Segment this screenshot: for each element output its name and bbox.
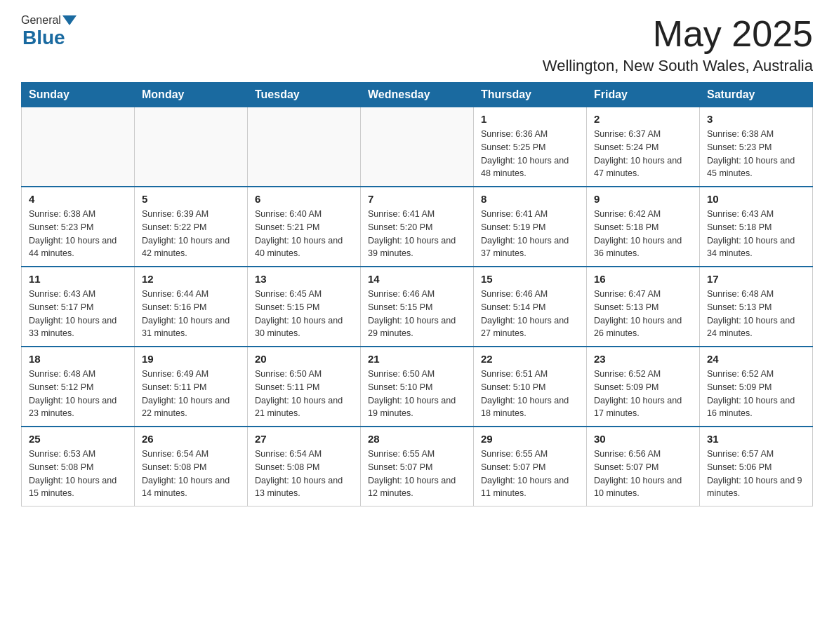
calendar-cell: 21Sunrise: 6:50 AMSunset: 5:10 PMDayligh… xyxy=(361,347,474,427)
calendar-week-row: 25Sunrise: 6:53 AMSunset: 5:08 PMDayligh… xyxy=(22,427,813,507)
day-info: Sunrise: 6:38 AMSunset: 5:23 PMDaylight:… xyxy=(29,208,127,260)
day-number: 24 xyxy=(707,353,805,365)
day-info: Sunrise: 6:54 AMSunset: 5:08 PMDaylight:… xyxy=(142,448,240,500)
calendar-header-tuesday: Tuesday xyxy=(248,83,361,107)
day-info: Sunrise: 6:42 AMSunset: 5:18 PMDaylight:… xyxy=(594,208,692,260)
day-info: Sunrise: 6:46 AMSunset: 5:15 PMDaylight:… xyxy=(368,288,466,340)
day-number: 29 xyxy=(481,433,579,445)
calendar-header-row: SundayMondayTuesdayWednesdayThursdayFrid… xyxy=(22,83,813,107)
calendar-cell: 29Sunrise: 6:55 AMSunset: 5:07 PMDayligh… xyxy=(474,427,587,507)
calendar-cell: 18Sunrise: 6:48 AMSunset: 5:12 PMDayligh… xyxy=(22,347,135,427)
day-number: 13 xyxy=(255,273,353,285)
day-number: 3 xyxy=(707,113,805,125)
day-number: 27 xyxy=(255,433,353,445)
calendar-cell: 27Sunrise: 6:54 AMSunset: 5:08 PMDayligh… xyxy=(248,427,361,507)
day-number: 23 xyxy=(594,353,692,365)
calendar-cell: 25Sunrise: 6:53 AMSunset: 5:08 PMDayligh… xyxy=(22,427,135,507)
calendar-week-row: 4Sunrise: 6:38 AMSunset: 5:23 PMDaylight… xyxy=(22,187,813,267)
calendar-cell: 6Sunrise: 6:40 AMSunset: 5:21 PMDaylight… xyxy=(248,187,361,267)
logo-arrow-icon xyxy=(62,15,77,25)
calendar-cell: 8Sunrise: 6:41 AMSunset: 5:19 PMDaylight… xyxy=(474,187,587,267)
day-info: Sunrise: 6:51 AMSunset: 5:10 PMDaylight:… xyxy=(481,368,579,420)
calendar-week-row: 18Sunrise: 6:48 AMSunset: 5:12 PMDayligh… xyxy=(22,347,813,427)
calendar-cell xyxy=(248,107,361,187)
calendar-cell: 13Sunrise: 6:45 AMSunset: 5:15 PMDayligh… xyxy=(248,267,361,347)
calendar-cell: 31Sunrise: 6:57 AMSunset: 5:06 PMDayligh… xyxy=(700,427,813,507)
calendar-cell xyxy=(22,107,135,187)
day-info: Sunrise: 6:39 AMSunset: 5:22 PMDaylight:… xyxy=(142,208,240,260)
day-info: Sunrise: 6:43 AMSunset: 5:18 PMDaylight:… xyxy=(707,208,805,260)
calendar-week-row: 1Sunrise: 6:36 AMSunset: 5:25 PMDaylight… xyxy=(22,107,813,187)
calendar-header-monday: Monday xyxy=(135,83,248,107)
day-info: Sunrise: 6:36 AMSunset: 5:25 PMDaylight:… xyxy=(481,128,579,180)
day-number: 30 xyxy=(594,433,692,445)
day-info: Sunrise: 6:38 AMSunset: 5:23 PMDaylight:… xyxy=(707,128,805,180)
calendar-cell: 7Sunrise: 6:41 AMSunset: 5:20 PMDaylight… xyxy=(361,187,474,267)
day-info: Sunrise: 6:55 AMSunset: 5:07 PMDaylight:… xyxy=(481,448,579,500)
day-info: Sunrise: 6:48 AMSunset: 5:12 PMDaylight:… xyxy=(29,368,127,420)
day-number: 28 xyxy=(368,433,466,445)
calendar-cell: 14Sunrise: 6:46 AMSunset: 5:15 PMDayligh… xyxy=(361,267,474,347)
calendar-cell: 12Sunrise: 6:44 AMSunset: 5:16 PMDayligh… xyxy=(135,267,248,347)
day-number: 14 xyxy=(368,273,466,285)
day-number: 20 xyxy=(255,353,353,365)
calendar-cell: 28Sunrise: 6:55 AMSunset: 5:07 PMDayligh… xyxy=(361,427,474,507)
subtitle: Wellington, New South Wales, Australia xyxy=(543,57,813,75)
calendar-cell: 15Sunrise: 6:46 AMSunset: 5:14 PMDayligh… xyxy=(474,267,587,347)
day-info: Sunrise: 6:57 AMSunset: 5:06 PMDaylight:… xyxy=(707,448,805,500)
main-title: May 2025 xyxy=(543,14,813,54)
calendar-cell: 10Sunrise: 6:43 AMSunset: 5:18 PMDayligh… xyxy=(700,187,813,267)
logo-general-text: General xyxy=(21,14,61,27)
day-info: Sunrise: 6:47 AMSunset: 5:13 PMDaylight:… xyxy=(594,288,692,340)
day-number: 21 xyxy=(368,353,466,365)
calendar-header-friday: Friday xyxy=(587,83,700,107)
day-number: 15 xyxy=(481,273,579,285)
day-info: Sunrise: 6:53 AMSunset: 5:08 PMDaylight:… xyxy=(29,448,127,500)
day-info: Sunrise: 6:41 AMSunset: 5:19 PMDaylight:… xyxy=(481,208,579,260)
calendar-cell: 19Sunrise: 6:49 AMSunset: 5:11 PMDayligh… xyxy=(135,347,248,427)
day-info: Sunrise: 6:44 AMSunset: 5:16 PMDaylight:… xyxy=(142,288,240,340)
calendar-cell: 17Sunrise: 6:48 AMSunset: 5:13 PMDayligh… xyxy=(700,267,813,347)
page-header: General Blue May 2025 Wellington, New So… xyxy=(21,14,813,75)
day-number: 18 xyxy=(29,353,127,365)
day-number: 16 xyxy=(594,273,692,285)
day-info: Sunrise: 6:41 AMSunset: 5:20 PMDaylight:… xyxy=(368,208,466,260)
day-number: 9 xyxy=(594,193,692,205)
logo-blue-text: Blue xyxy=(22,27,65,48)
day-info: Sunrise: 6:40 AMSunset: 5:21 PMDaylight:… xyxy=(255,208,353,260)
day-number: 17 xyxy=(707,273,805,285)
day-info: Sunrise: 6:52 AMSunset: 5:09 PMDaylight:… xyxy=(594,368,692,420)
logo: General Blue xyxy=(21,14,78,49)
day-number: 7 xyxy=(368,193,466,205)
day-info: Sunrise: 6:49 AMSunset: 5:11 PMDaylight:… xyxy=(142,368,240,420)
calendar-cell: 20Sunrise: 6:50 AMSunset: 5:11 PMDayligh… xyxy=(248,347,361,427)
day-info: Sunrise: 6:50 AMSunset: 5:10 PMDaylight:… xyxy=(368,368,466,420)
day-info: Sunrise: 6:37 AMSunset: 5:24 PMDaylight:… xyxy=(594,128,692,180)
day-number: 25 xyxy=(29,433,127,445)
day-number: 11 xyxy=(29,273,127,285)
day-info: Sunrise: 6:55 AMSunset: 5:07 PMDaylight:… xyxy=(368,448,466,500)
calendar-header-sunday: Sunday xyxy=(22,83,135,107)
calendar-cell: 2Sunrise: 6:37 AMSunset: 5:24 PMDaylight… xyxy=(587,107,700,187)
day-number: 19 xyxy=(142,353,240,365)
day-info: Sunrise: 6:54 AMSunset: 5:08 PMDaylight:… xyxy=(255,448,353,500)
day-info: Sunrise: 6:43 AMSunset: 5:17 PMDaylight:… xyxy=(29,288,127,340)
calendar-cell: 16Sunrise: 6:47 AMSunset: 5:13 PMDayligh… xyxy=(587,267,700,347)
calendar-cell xyxy=(361,107,474,187)
day-number: 12 xyxy=(142,273,240,285)
calendar-cell: 5Sunrise: 6:39 AMSunset: 5:22 PMDaylight… xyxy=(135,187,248,267)
day-number: 5 xyxy=(142,193,240,205)
day-info: Sunrise: 6:46 AMSunset: 5:14 PMDaylight:… xyxy=(481,288,579,340)
day-number: 6 xyxy=(255,193,353,205)
calendar-header-saturday: Saturday xyxy=(700,83,813,107)
day-number: 2 xyxy=(594,113,692,125)
calendar-cell: 23Sunrise: 6:52 AMSunset: 5:09 PMDayligh… xyxy=(587,347,700,427)
calendar-cell: 3Sunrise: 6:38 AMSunset: 5:23 PMDaylight… xyxy=(700,107,813,187)
day-number: 4 xyxy=(29,193,127,205)
day-number: 31 xyxy=(707,433,805,445)
day-info: Sunrise: 6:56 AMSunset: 5:07 PMDaylight:… xyxy=(594,448,692,500)
calendar-cell: 22Sunrise: 6:51 AMSunset: 5:10 PMDayligh… xyxy=(474,347,587,427)
day-info: Sunrise: 6:45 AMSunset: 5:15 PMDaylight:… xyxy=(255,288,353,340)
day-number: 26 xyxy=(142,433,240,445)
day-info: Sunrise: 6:52 AMSunset: 5:09 PMDaylight:… xyxy=(707,368,805,420)
